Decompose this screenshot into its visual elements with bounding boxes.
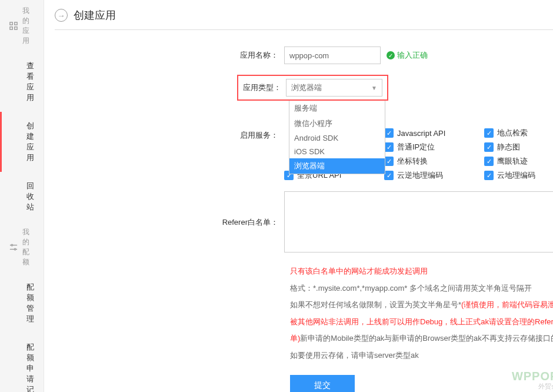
- service-checkbox[interactable]: ✓云地理编码: [484, 170, 553, 181]
- label-referer: Referer白名单：: [55, 191, 284, 228]
- page-title: → 创建应用: [55, 6, 553, 30]
- app-type-select[interactable]: 浏览器端 ▼: [286, 79, 382, 97]
- row-app-name: 应用名称： ✓ 输入正确: [55, 46, 553, 64]
- success-message: ✓ 输入正确: [387, 50, 428, 61]
- sidebar-group-quota: 我的配额: [0, 221, 44, 273]
- label-services: 启用服务：: [55, 103, 284, 141]
- row-referer: Referer白名单：: [55, 191, 553, 253]
- watermark-title: WPPOP.COM: [512, 370, 553, 383]
- dropdown-option[interactable]: 微信小程序: [289, 116, 385, 131]
- service-checkbox[interactable]: ✓地点检索: [484, 128, 553, 138]
- checkbox-icon: ✓: [484, 157, 494, 166]
- sidebar-group-myapp: 我的应用: [0, 0, 44, 52]
- form: 应用名称： ✓ 输入正确 应用类型： 浏览器端 ▼ 服务端 微信小程序: [55, 46, 553, 392]
- sidebar-item-quota-manage[interactable]: 配额管理: [0, 273, 44, 333]
- caret-down-icon: ▼: [371, 85, 377, 91]
- watermark: WPPOP.COM 外贸企业建站专家: [512, 370, 553, 391]
- app-name-input[interactable]: [284, 46, 381, 64]
- label-app-name: 应用名称：: [55, 46, 284, 61]
- help-block: 只有该白名单中的网站才能成功发起调用 格式：*.mysite.com*,*mya…: [290, 263, 553, 364]
- checkbox-icon: ✓: [384, 171, 394, 180]
- dropdown-option[interactable]: Android SDK: [289, 131, 385, 145]
- dropdown-option[interactable]: 服务端: [289, 101, 385, 116]
- app-type-dropdown: 服务端 微信小程序 Android SDK iOS SDK 浏览器端: [289, 101, 385, 174]
- app-type-highlight: 应用类型： 浏览器端 ▼ 服务端 微信小程序 Android SDK iOS S…: [237, 75, 388, 101]
- svg-rect-1: [15, 22, 17, 25]
- svg-rect-3: [15, 27, 17, 29]
- check-circle-icon: ✓: [387, 51, 395, 59]
- service-checkbox[interactable]: ✓鹰眼轨迹: [484, 156, 553, 167]
- sidebar-item-quota-apply[interactable]: 配额申请记录: [0, 333, 44, 392]
- svg-rect-0: [10, 22, 12, 25]
- sidebar-item-create-app[interactable]: 创建应用: [0, 112, 44, 172]
- dropdown-option[interactable]: iOS SDK: [289, 145, 385, 158]
- sidebar: 我的应用 查看应用 创建应用 回收站 我的配额 配额管理 配额申请记录 我的数据…: [0, 0, 44, 392]
- submit-button[interactable]: 提交: [290, 375, 355, 392]
- service-checkbox[interactable]: ✓云逆地理编码: [384, 170, 484, 181]
- help-text: 只有该白名单中的网站才能成功发起调用: [290, 263, 553, 280]
- sidebar-item-recycle[interactable]: 回收站: [0, 172, 44, 221]
- svg-rect-2: [10, 27, 12, 29]
- service-checkbox[interactable]: ✓坐标转换: [384, 156, 484, 167]
- dropdown-option[interactable]: 浏览器端: [289, 158, 385, 174]
- service-checkbox[interactable]: ✓Javascript API: [384, 128, 484, 138]
- sliders-icon: [9, 243, 18, 251]
- sidebar-item-view-app[interactable]: 查看应用: [0, 52, 44, 112]
- help-text: 如果不想对任何域名做限制，设置为英文半角星号*(谨慎使用，前端代码容易泄露AK，…: [290, 297, 553, 364]
- referer-textarea[interactable]: [284, 191, 553, 253]
- service-checkbox[interactable]: ✓静态图: [484, 142, 553, 152]
- row-app-type: 应用类型： 浏览器端 ▼ 服务端 微信小程序 Android SDK iOS S…: [55, 75, 553, 101]
- checkbox-icon: ✓: [384, 157, 394, 166]
- svg-point-6: [11, 244, 13, 246]
- checkbox-icon: ✓: [384, 142, 394, 152]
- grid-icon: [9, 22, 18, 30]
- help-text: 格式：*.mysite.com*,*myapp.com* 多个域名之间请用英文半…: [290, 280, 553, 297]
- service-checkbox[interactable]: ✓普通IP定位: [384, 142, 484, 152]
- watermark-subtitle: 外贸企业建站专家: [512, 382, 553, 391]
- arrow-right-icon: →: [55, 9, 68, 22]
- checkbox-icon: ✓: [484, 171, 494, 180]
- label-app-type: 应用类型：: [243, 82, 281, 93]
- checkbox-icon: ✓: [484, 142, 494, 152]
- checkbox-icon: ✓: [384, 128, 394, 138]
- svg-point-7: [14, 248, 16, 250]
- content: → 创建应用 应用名称： ✓ 输入正确 应用类型： 浏览器端 ▼: [44, 0, 553, 392]
- checkbox-icon: ✓: [484, 128, 494, 138]
